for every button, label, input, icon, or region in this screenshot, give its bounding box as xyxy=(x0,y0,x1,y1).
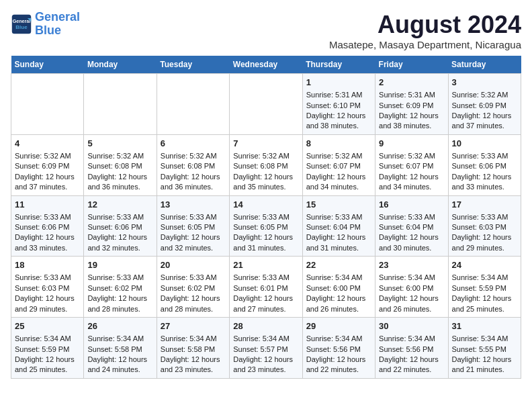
day-number: 19 xyxy=(87,259,152,271)
day-info: Daylight: 12 hours xyxy=(233,232,298,242)
logo-icon: General Blue xyxy=(11,13,32,35)
weekday-header-thursday: Thursday xyxy=(302,56,375,74)
day-info: Sunset: 6:09 PM xyxy=(379,101,444,111)
day-info: and 21 minutes. xyxy=(452,365,517,375)
day-number: 5 xyxy=(87,138,152,150)
calendar-cell: 13Sunrise: 5:33 AMSunset: 6:05 PMDayligh… xyxy=(157,195,229,257)
day-number: 23 xyxy=(379,259,444,271)
calendar-cell: 11Sunrise: 5:33 AMSunset: 6:06 PMDayligh… xyxy=(11,195,84,257)
day-info: Daylight: 12 hours xyxy=(306,355,371,365)
day-info: Sunrise: 5:32 AM xyxy=(306,151,371,161)
day-info: Sunset: 6:00 PM xyxy=(379,283,444,293)
day-info: and 31 minutes. xyxy=(233,243,298,253)
day-number: 22 xyxy=(306,259,371,271)
day-info: Sunset: 6:04 PM xyxy=(306,222,371,232)
day-info: and 32 minutes. xyxy=(161,243,226,253)
calendar-cell: 17Sunrise: 5:33 AMSunset: 6:03 PMDayligh… xyxy=(448,195,521,257)
calendar-subtitle: Masatepe, Masaya Department, Nicaragua xyxy=(329,39,521,50)
day-number: 16 xyxy=(379,199,444,211)
day-info: and 30 minutes. xyxy=(379,243,444,253)
calendar-table: SundayMondayTuesdayWednesdayThursdayFrid… xyxy=(11,56,521,379)
calendar-cell xyxy=(230,74,302,135)
day-info: Sunset: 5:57 PM xyxy=(233,345,298,355)
day-number: 26 xyxy=(87,320,152,332)
day-info: Sunset: 6:05 PM xyxy=(161,222,226,232)
day-info: Sunset: 5:56 PM xyxy=(306,345,371,355)
day-info: Daylight: 12 hours xyxy=(15,172,80,182)
day-info: and 25 minutes. xyxy=(452,304,517,314)
day-info: Sunset: 6:06 PM xyxy=(87,222,152,232)
calendar-cell: 7Sunrise: 5:32 AMSunset: 6:08 PMDaylight… xyxy=(230,134,302,195)
day-info: Daylight: 12 hours xyxy=(233,293,298,304)
day-info: Daylight: 12 hours xyxy=(452,293,517,304)
day-info: Sunrise: 5:34 AM xyxy=(452,273,517,283)
calendar-cell: 2Sunrise: 5:31 AMSunset: 6:09 PMDaylight… xyxy=(375,74,448,135)
day-info: Daylight: 12 hours xyxy=(379,172,444,182)
day-info: Sunrise: 5:34 AM xyxy=(452,334,517,344)
day-info: Sunrise: 5:32 AM xyxy=(452,90,517,100)
day-info: Sunrise: 5:33 AM xyxy=(452,151,517,161)
day-number: 2 xyxy=(379,77,444,89)
day-info: Sunset: 5:59 PM xyxy=(452,283,517,293)
day-info: Sunset: 6:08 PM xyxy=(161,161,226,171)
day-info: Sunrise: 5:34 AM xyxy=(379,273,444,283)
logo-text: General Blue xyxy=(35,11,80,38)
day-info: Sunset: 6:09 PM xyxy=(452,101,517,111)
calendar-cell: 20Sunrise: 5:33 AMSunset: 6:02 PMDayligh… xyxy=(157,257,229,318)
day-info: Sunset: 6:08 PM xyxy=(233,161,298,171)
day-info: Daylight: 12 hours xyxy=(161,293,226,304)
day-number: 6 xyxy=(161,138,226,150)
day-info: Daylight: 12 hours xyxy=(233,172,298,182)
calendar-cell: 24Sunrise: 5:34 AMSunset: 5:59 PMDayligh… xyxy=(448,257,521,318)
day-info: and 23 minutes. xyxy=(161,365,226,375)
day-number: 4 xyxy=(15,138,80,150)
weekday-header-wednesday: Wednesday xyxy=(230,56,302,74)
day-info: Sunset: 6:01 PM xyxy=(233,283,298,293)
day-info: Sunset: 6:05 PM xyxy=(233,222,298,232)
logo-line1: General xyxy=(35,10,80,24)
day-info: Daylight: 12 hours xyxy=(15,232,80,242)
day-info: Sunset: 6:07 PM xyxy=(379,161,444,171)
day-info: Daylight: 12 hours xyxy=(452,232,517,242)
day-info: Daylight: 12 hours xyxy=(379,355,444,365)
day-info: Daylight: 12 hours xyxy=(161,355,226,365)
day-info: and 22 minutes. xyxy=(379,365,444,375)
day-info: Daylight: 12 hours xyxy=(87,232,152,242)
day-info: Sunrise: 5:34 AM xyxy=(161,334,226,344)
day-number: 13 xyxy=(161,199,226,211)
calendar-cell: 19Sunrise: 5:33 AMSunset: 6:02 PMDayligh… xyxy=(84,257,157,318)
day-info: Sunset: 6:07 PM xyxy=(306,161,371,171)
day-info: Daylight: 12 hours xyxy=(233,355,298,365)
day-info: and 36 minutes. xyxy=(161,182,226,192)
day-info: Sunset: 6:06 PM xyxy=(452,161,517,171)
day-info: Sunrise: 5:34 AM xyxy=(87,334,152,344)
day-info: and 26 minutes. xyxy=(306,304,371,314)
day-number: 10 xyxy=(452,138,517,150)
day-info: Daylight: 12 hours xyxy=(87,293,152,304)
svg-text:Blue: Blue xyxy=(15,24,28,30)
logo: General Blue General Blue xyxy=(11,11,80,38)
day-info: Sunset: 5:56 PM xyxy=(379,345,444,355)
weekday-header-sunday: Sunday xyxy=(11,56,84,74)
day-info: and 34 minutes. xyxy=(306,182,371,192)
day-info: Sunrise: 5:31 AM xyxy=(306,90,371,100)
day-info: Sunrise: 5:32 AM xyxy=(161,151,226,161)
week-row-3: 11Sunrise: 5:33 AMSunset: 6:06 PMDayligh… xyxy=(11,195,521,257)
weekday-header-friday: Friday xyxy=(375,56,448,74)
day-info: Sunset: 6:03 PM xyxy=(15,283,80,293)
day-info: Sunset: 6:04 PM xyxy=(379,222,444,232)
day-info: Sunrise: 5:32 AM xyxy=(15,151,80,161)
calendar-cell: 28Sunrise: 5:34 AMSunset: 5:57 PMDayligh… xyxy=(230,318,302,379)
day-info: Sunrise: 5:33 AM xyxy=(15,273,80,283)
calendar-cell: 1Sunrise: 5:31 AMSunset: 6:10 PMDaylight… xyxy=(302,74,375,135)
day-info: Daylight: 12 hours xyxy=(452,355,517,365)
calendar-cell: 29Sunrise: 5:34 AMSunset: 5:56 PMDayligh… xyxy=(302,318,375,379)
calendar-cell: 4Sunrise: 5:32 AMSunset: 6:09 PMDaylight… xyxy=(11,134,84,195)
calendar-cell: 26Sunrise: 5:34 AMSunset: 5:58 PMDayligh… xyxy=(84,318,157,379)
calendar-cell: 10Sunrise: 5:33 AMSunset: 6:06 PMDayligh… xyxy=(448,134,521,195)
day-info: and 34 minutes. xyxy=(379,182,444,192)
day-number: 17 xyxy=(452,199,517,211)
day-info: Daylight: 12 hours xyxy=(306,232,371,242)
calendar-cell: 14Sunrise: 5:33 AMSunset: 6:05 PMDayligh… xyxy=(230,195,302,257)
day-info: Sunset: 5:58 PM xyxy=(161,345,226,355)
